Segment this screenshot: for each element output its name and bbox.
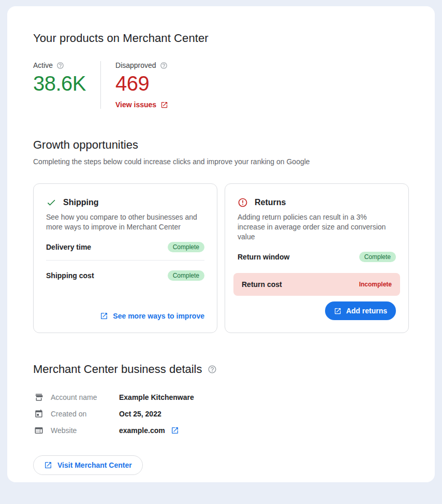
external-link-icon[interactable] <box>171 426 179 435</box>
stat-active: Active 38.6K <box>33 61 86 109</box>
product-stats: Active 38.6K Disapproved 469 View issues <box>33 61 409 109</box>
help-icon[interactable] <box>160 62 168 69</box>
see-more-ways-label: See more ways to improve <box>113 312 204 320</box>
row-label: Return window <box>238 253 289 261</box>
incomplete-status: Incomplete <box>359 281 392 288</box>
website-url: example.com <box>119 426 165 435</box>
external-link-icon <box>160 101 168 109</box>
view-issues-label: View issues <box>115 100 156 109</box>
returns-card-title: Returns <box>255 198 286 207</box>
detail-label: Website <box>51 426 119 435</box>
browser-icon <box>34 426 43 435</box>
see-more-ways-link[interactable]: See more ways to improve <box>100 312 204 320</box>
status-badge: Complete <box>359 252 396 262</box>
row-divider <box>46 260 204 261</box>
business-details-title: Merchant Center business details <box>33 362 409 377</box>
disapproved-count: 469 <box>115 71 168 95</box>
products-section-title: Your products on Merchant Center <box>33 31 409 46</box>
detail-label: Account name <box>51 393 119 401</box>
row-label: Delivery time <box>46 243 91 251</box>
detail-row-account-name: Account name Example Kitchenware <box>33 389 409 406</box>
business-title-text: Merchant Center business details <box>33 362 202 377</box>
row-return-window: Return window Complete <box>238 244 396 270</box>
row-shipping-cost: Shipping cost Complete <box>46 263 204 289</box>
visit-merchant-center-button[interactable]: Visit Merchant Center <box>33 455 143 475</box>
view-issues-link[interactable]: View issues <box>115 100 168 109</box>
external-link-icon <box>44 461 52 469</box>
external-link-icon <box>100 312 108 320</box>
growth-subtitle: Completing the steps below could increas… <box>33 156 409 167</box>
status-badge: Complete <box>168 242 204 252</box>
website-value: example.com <box>119 426 179 435</box>
growth-cards: Shipping See how you compare to other bu… <box>33 183 409 333</box>
shipping-card-title: Shipping <box>63 198 98 207</box>
shipping-card-description: See how you compare to other businesses … <box>46 212 204 232</box>
disapproved-label: Disapproved <box>115 61 156 69</box>
calendar-icon <box>34 409 43 419</box>
active-label: Active <box>33 61 53 69</box>
detail-label: Created on <box>51 410 119 418</box>
check-icon <box>46 197 56 208</box>
created-on-value: Oct 25, 2022 <box>119 410 161 418</box>
add-returns-button[interactable]: Add returns <box>325 301 396 320</box>
help-icon[interactable] <box>208 365 217 374</box>
page-background: Your products on Merchant Center Active … <box>0 0 442 504</box>
returns-card: Returns Adding return policies can resul… <box>225 183 409 333</box>
visit-merchant-center-label: Visit Merchant Center <box>57 461 132 469</box>
growth-title-text: Growth opportunities <box>33 138 138 152</box>
add-returns-label: Add returns <box>346 307 387 315</box>
row-label: Shipping cost <box>46 271 94 280</box>
growth-section-title: Growth opportunities <box>33 138 409 152</box>
detail-row-website: Website example.com <box>33 422 409 439</box>
active-count: 38.6K <box>33 71 86 95</box>
help-icon[interactable] <box>56 62 64 69</box>
storefront-icon <box>34 393 43 402</box>
stats-divider <box>100 61 101 109</box>
returns-card-description: Adding return policies can result in a 3… <box>238 212 396 242</box>
row-label: Return cost <box>242 280 282 289</box>
merchant-center-panel: Your products on Merchant Center Active … <box>7 6 435 482</box>
status-badge: Complete <box>168 270 204 281</box>
stat-disapproved: Disapproved 469 View issues <box>115 61 168 109</box>
detail-row-created-on: Created on Oct 25, 2022 <box>33 406 409 422</box>
external-link-icon <box>334 307 342 315</box>
shipping-card: Shipping See how you compare to other bu… <box>33 183 217 333</box>
row-return-cost-incomplete: Return cost Incomplete <box>233 273 400 296</box>
row-delivery-time: Delivery time Complete <box>46 234 204 260</box>
account-name-value: Example Kitchenware <box>119 393 194 401</box>
business-details-list: Account name Example Kitchenware Created… <box>33 389 409 439</box>
alert-circle-icon <box>238 197 248 208</box>
